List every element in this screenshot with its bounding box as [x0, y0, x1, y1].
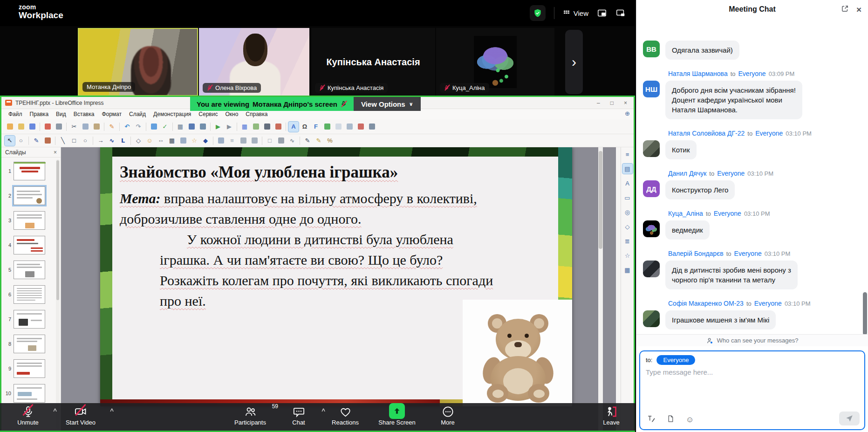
lines-arrows-icon[interactable]: → [96, 136, 106, 146]
slide-thumbnail-10[interactable]: 10 [1, 381, 54, 405]
slide-layout-icon[interactable] [367, 122, 377, 132]
symbol-shapes-icon[interactable]: ☺ [144, 136, 155, 146]
basic-shapes-icon[interactable]: ◇ [133, 136, 144, 146]
slide-thumbnail-9[interactable]: 9 [1, 356, 54, 381]
shadow-icon[interactable]: □ [265, 136, 275, 146]
menu-вставка[interactable]: Вставка [70, 110, 98, 118]
insert-media-icon[interactable] [262, 122, 272, 132]
insert-chart-icon[interactable] [273, 122, 283, 132]
recipient-name[interactable]: Everyone [734, 250, 762, 257]
recipient-name[interactable]: Everyone [754, 300, 782, 307]
filter-icon[interactable]: ∿ [287, 136, 297, 146]
video-tile-kupinska-anastasiia[interactable]: Купінська Анастасія Купінська Анастасія [311, 28, 435, 96]
menu-демонстрация[interactable]: Демонстрация [150, 110, 194, 118]
pop-out-chat-icon[interactable] [841, 5, 849, 14]
more-button[interactable]: More [429, 403, 467, 431]
recipient-name[interactable]: Everyone [717, 170, 745, 177]
menu-файл[interactable]: Файл [5, 110, 26, 118]
master-view-icon[interactable] [198, 122, 208, 132]
sender-name[interactable]: Наталя Соловйова ДГ-22 [668, 130, 745, 137]
align-icon[interactable]: ≡ [227, 136, 237, 146]
stars-banners-icon[interactable]: ☆ [189, 136, 199, 146]
slide-thumbnail-8[interactable]: 8 [1, 331, 54, 356]
security-shield-icon[interactable] [530, 5, 546, 21]
insert-textbox-icon[interactable]: A [288, 122, 299, 132]
select-icon[interactable]: ↖ [5, 136, 15, 146]
slide-thumbnail-preview[interactable] [14, 335, 45, 353]
flowchart-icon[interactable]: ▦ [167, 136, 177, 146]
slide-thumbnail-5[interactable]: 5 [1, 257, 54, 282]
next-participants-button[interactable]: › [565, 30, 583, 94]
who-can-see-bar[interactable]: Who can see your messages? [636, 334, 868, 346]
video-tile-olena-vikhrova[interactable]: Олена Віхрова [199, 28, 309, 96]
find-replace-icon[interactable] [149, 122, 159, 132]
minimize-to-pip-icon[interactable] [597, 8, 607, 18]
gallery-icon[interactable]: ▭ [622, 192, 633, 203]
close-chat-icon[interactable]: × [856, 5, 861, 14]
video-tile-kutsa-alina[interactable]: Куца_Аліна [436, 28, 554, 96]
sidebar-menu-icon[interactable]: ≡ [622, 149, 633, 159]
print-icon[interactable] [54, 122, 64, 132]
rotate-icon[interactable] [216, 136, 226, 146]
caret-up-icon[interactable]: ∧ [109, 407, 114, 413]
cut-icon[interactable]: ✂ [69, 122, 79, 132]
slide-thumbnail-preview[interactable] [14, 236, 45, 254]
insert-line-icon[interactable]: ╲ [58, 136, 68, 146]
restore-window-icon[interactable]: □ [610, 100, 614, 106]
outline-icon[interactable]: ≣ [622, 236, 633, 246]
reactions-button[interactable]: Reactions [322, 403, 368, 431]
zoom-pan-icon[interactable]: ○ [16, 136, 26, 146]
slide-thumbnail-6[interactable]: 6 [1, 282, 54, 307]
navigator-icon[interactable]: ◎ [622, 207, 633, 217]
properties-icon[interactable]: ▤ [622, 164, 633, 174]
slide-thumbnail-7[interactable]: 7 [1, 307, 54, 331]
chat-compose-box[interactable]: to: Everyone ☺ [639, 350, 865, 430]
copy-icon[interactable] [80, 122, 90, 132]
sender-name[interactable]: Куца_Аліна [668, 210, 703, 217]
shapes-icon[interactable]: ◇ [622, 221, 633, 232]
delete-slide-icon[interactable] [355, 122, 366, 132]
slide-thumbnail-preview[interactable] [14, 285, 45, 304]
slide-thumbnail-4[interactable]: 4 [1, 233, 54, 257]
redo-icon[interactable]: ↷ [133, 122, 144, 132]
participants-button[interactable]: 59Participants [224, 403, 276, 431]
rectangle-icon[interactable]: □ [69, 136, 79, 146]
animation-icon[interactable]: ☆ [622, 250, 633, 261]
slide-thumbnail-3[interactable]: 3 [1, 208, 54, 233]
edit-points-icon[interactable]: ✎ [302, 136, 313, 146]
leave-button[interactable]: Leave [588, 403, 634, 431]
ellipse-icon[interactable]: ○ [80, 136, 90, 146]
new-document-icon[interactable] [5, 122, 15, 132]
collapse-window-icon[interactable] [615, 8, 626, 18]
fontwork-icon[interactable]: F [311, 122, 321, 132]
open-icon[interactable] [16, 122, 26, 132]
menu-слайд[interactable]: Слайд [126, 110, 149, 118]
sender-name[interactable]: Софія Макаренко ОМ-23 [668, 300, 744, 307]
language-globe-icon[interactable]: ⊕ [625, 110, 630, 117]
display-grid-icon[interactable]: ▦ [175, 122, 185, 132]
toggle-extrusion-icon[interactable]: % [325, 136, 335, 146]
view-options-button[interactable]: View Options ∨ [354, 97, 421, 111]
block-arrows-icon[interactable]: ⇔ [156, 136, 166, 146]
menu-сервис[interactable]: Сервис [195, 110, 221, 118]
view-button[interactable]: View [563, 9, 588, 17]
special-character-icon[interactable]: Ω [300, 122, 310, 132]
slide-thumbnail-1[interactable]: 1 [1, 158, 54, 183]
insert-image-icon[interactable] [251, 122, 261, 132]
send-message-button[interactable] [839, 411, 860, 425]
slide-thumbnail-2[interactable]: 2 [1, 183, 54, 208]
display-views-icon[interactable] [186, 122, 197, 132]
unmute-button[interactable]: ∧Unmute [7, 403, 49, 431]
current-slide[interactable]: Знайомство «Моя улюблена іграшка» Мета: … [100, 147, 572, 406]
close-panel-icon[interactable]: × [54, 149, 57, 156]
chat-button[interactable]: ∧Chat [280, 403, 318, 431]
character-styles-icon[interactable]: A [622, 178, 633, 188]
canvas-scrollbar[interactable] [598, 147, 603, 431]
slide-thumbnail-preview[interactable] [14, 186, 45, 205]
menu-вид[interactable]: Вид [53, 110, 69, 118]
recipient-name[interactable]: Everyone [738, 70, 766, 77]
chat-message-list[interactable]: ВВОдягала зазвичай)Наталя ШармановаtoEve… [636, 19, 868, 334]
start-slideshow-icon[interactable]: ▶ [213, 122, 223, 132]
slideshow-settings-icon[interactable]: ▶ [224, 122, 234, 132]
sender-name[interactable]: Валерій Бондарєв [668, 250, 724, 257]
